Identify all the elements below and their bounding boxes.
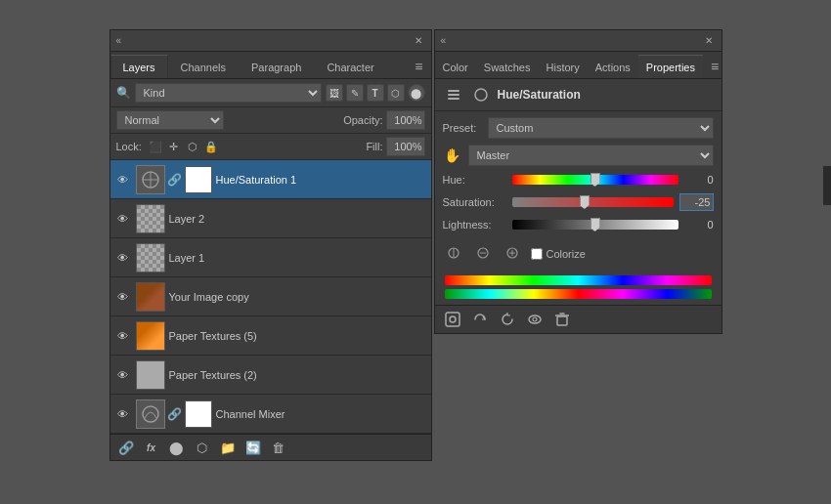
sample-color-icon[interactable] [443,242,464,264]
lock-row: Lock: ⬛ ✛ ⬡ 🔒 Fill: [110,134,431,160]
layer-name: Paper Textures (5) [169,330,427,342]
channel-select[interactable]: Master Reds Yellows Greens Cyans Blues M… [468,145,714,166]
opacity-input[interactable] [386,110,425,130]
lock-label: Lock: [116,141,142,152]
layer-item[interactable]: 👁 Layer 1 [110,238,431,277]
hue-slider-container[interactable] [512,172,678,188]
fx-icon[interactable]: fx [142,438,161,457]
sat-slider-track[interactable] [512,197,674,207]
layer-item[interactable]: 👁 🔗 Channel Mixer [110,395,431,434]
hand-tool-icon[interactable]: ✋ [443,146,462,165]
light-slider-track[interactable] [512,220,678,230]
eye-icon[interactable]: 👁 [114,366,132,384]
eye-icon[interactable]: 👁 [114,171,132,189]
svg-point-18 [533,317,537,321]
svg-point-16 [450,316,456,322]
right-collapse-icon[interactable]: « [441,35,447,46]
colorize-label: Colorize [547,248,586,260]
lightness-label: Lightness: [443,219,506,231]
tab-actions[interactable]: Actions [588,55,638,78]
fill-label: Fill: [366,141,382,152]
svg-rect-19 [557,316,567,325]
collapse-icon[interactable]: « [116,35,122,46]
tab-properties[interactable]: Properties [638,55,703,78]
cycle-icon[interactable] [470,310,490,329]
eye-icon[interactable]: 👁 [114,288,132,306]
props-circle-icon[interactable] [470,84,492,105]
sample-add-icon[interactable] [502,242,523,264]
filter-shape-icon[interactable]: ⬡ [387,84,405,102]
filter-select[interactable]: Kind [135,83,322,103]
lock-position-icon[interactable]: ✛ [166,139,182,154]
svg-point-7 [475,89,487,101]
mask-icon[interactable] [443,310,462,329]
eye-icon[interactable]: 👁 [114,405,132,423]
filter-adjustment-icon[interactable]: ✎ [346,84,364,102]
blend-mode-select[interactable]: Normal [116,110,224,130]
right-panel-menu-icon[interactable]: ≡ [703,55,726,78]
colorize-checkbox[interactable] [531,248,543,260]
layer-thumb [136,165,165,194]
search-icon: 🔍 [116,86,131,100]
layer-name: Hue/Saturation 1 [216,174,427,186]
light-slider-container[interactable] [512,217,678,232]
panel-menu-icon[interactable]: ≡ [407,55,430,78]
eye-icon[interactable]: 👁 [114,210,132,228]
tab-swatches[interactable]: Swatches [476,55,539,78]
tab-color[interactable]: Color [435,55,476,78]
layer-item[interactable]: 👁 Paper Textures (2) [110,356,431,395]
new-group-icon[interactable]: 📁 [218,438,238,457]
preset-select[interactable]: Custom Default Cyanotype Old Style Sepia [488,117,714,139]
sample-subtract-icon[interactable] [472,242,494,264]
layer-name: Channel Mixer [216,408,427,420]
reset-icon[interactable] [498,310,517,329]
tab-character[interactable]: Character [314,55,386,78]
sat-slider-thumb[interactable] [580,195,590,209]
filter-type-icon[interactable]: T [367,84,384,102]
hue-slider-thumb[interactable] [590,173,600,187]
color-bar-output [445,289,712,299]
sat-label: Saturation: [443,196,506,208]
fill-input[interactable] [386,137,425,156]
lock-artboard-icon[interactable]: ⬡ [185,139,200,154]
filter-smartobj-icon[interactable]: ⬤ [408,84,425,102]
right-close-icon[interactable]: ✕ [702,34,716,47]
add-mask-icon[interactable]: ⬤ [167,438,187,457]
props-footer [435,305,722,333]
new-layer-icon[interactable]: 🔄 [243,438,263,457]
layer-mask-white [185,400,212,428]
lock-all-icon[interactable]: 🔒 [203,139,219,154]
layer-item[interactable]: 👁 Paper Textures (5) [110,316,431,356]
layer-item[interactable]: 👁 🔗 Hue/Saturation 1 [110,160,431,199]
sat-slider-container[interactable] [512,194,674,210]
hue-value: 0 [684,174,714,186]
eye-icon[interactable]: 👁 [114,249,132,267]
props-adjustments-icon[interactable] [443,84,464,105]
new-adjustment-icon[interactable]: ⬡ [193,438,212,457]
delete-layer-icon[interactable]: 🗑 [269,438,288,457]
tab-paragraph[interactable]: Paragraph [239,55,314,78]
tab-channels[interactable]: Channels [168,55,239,78]
layer-name: Layer 2 [169,213,427,225]
layer-item[interactable]: 👁 Your Image copy [110,277,431,316]
layer-thumb [136,360,165,390]
blend-row: Normal Opacity: [110,107,431,134]
eye-icon[interactable]: 👁 [114,327,132,345]
view-icon[interactable] [525,310,545,329]
hue-slider-group: Hue: 0 [443,172,714,188]
delete-icon[interactable] [552,310,572,329]
svg-rect-5 [448,94,459,96]
light-slider-thumb[interactable] [590,218,600,231]
svg-rect-6 [448,98,459,100]
lock-pixels-icon[interactable]: ⬛ [148,139,163,154]
filter-pixel-icon[interactable]: 🖼 [326,84,343,102]
layer-thumb [136,204,165,233]
sat-value[interactable] [679,193,714,211]
hue-slider-track[interactable] [512,175,678,185]
tab-history[interactable]: History [539,55,588,78]
tab-layers[interactable]: Layers [110,55,168,78]
layer-item[interactable]: 👁 Layer 2 [110,199,431,238]
titlebar-collapse[interactable]: « [116,35,122,46]
close-icon[interactable]: ✕ [412,34,425,47]
link-layers-icon[interactable]: 🔗 [116,438,136,457]
